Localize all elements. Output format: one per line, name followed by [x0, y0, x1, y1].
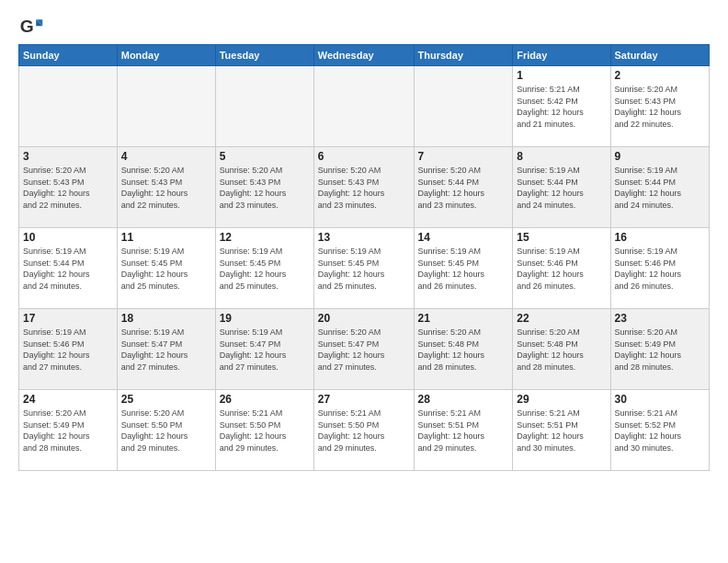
- day-info: Sunrise: 5:20 AM Sunset: 5:47 PM Dayligh…: [318, 327, 410, 373]
- day-number: 20: [318, 312, 410, 325]
- calendar-cell: [19, 66, 118, 147]
- day-info: Sunrise: 5:19 AM Sunset: 5:44 PM Dayligh…: [23, 246, 113, 292]
- calendar-week-row: 24Sunrise: 5:20 AM Sunset: 5:49 PM Dayli…: [19, 390, 710, 471]
- day-info: Sunrise: 5:19 AM Sunset: 5:47 PM Dayligh…: [220, 327, 310, 373]
- day-number: 14: [418, 231, 509, 244]
- weekday-header: Wednesday: [313, 45, 414, 66]
- day-number: 24: [23, 393, 113, 406]
- day-number: 5: [220, 150, 310, 163]
- day-number: 3: [23, 150, 113, 163]
- weekday-header: Monday: [117, 45, 215, 66]
- header: G: [18, 15, 710, 40]
- calendar-cell: 27Sunrise: 5:21 AM Sunset: 5:50 PM Dayli…: [313, 390, 414, 471]
- weekday-header: Tuesday: [215, 45, 313, 66]
- calendar-cell: [117, 66, 215, 147]
- day-info: Sunrise: 5:20 AM Sunset: 5:43 PM Dayligh…: [23, 165, 113, 211]
- calendar-cell: 15Sunrise: 5:19 AM Sunset: 5:46 PM Dayli…: [513, 228, 610, 309]
- calendar-cell: [414, 66, 513, 147]
- day-info: Sunrise: 5:20 AM Sunset: 5:48 PM Dayligh…: [517, 327, 606, 373]
- day-info: Sunrise: 5:19 AM Sunset: 5:45 PM Dayligh…: [121, 246, 211, 292]
- calendar-week-row: 3Sunrise: 5:20 AM Sunset: 5:43 PM Daylig…: [19, 147, 710, 228]
- calendar-week-row: 1Sunrise: 5:21 AM Sunset: 5:42 PM Daylig…: [19, 66, 710, 147]
- day-info: Sunrise: 5:21 AM Sunset: 5:51 PM Dayligh…: [418, 408, 509, 454]
- calendar-cell: 13Sunrise: 5:19 AM Sunset: 5:45 PM Dayli…: [313, 228, 414, 309]
- calendar-cell: 2Sunrise: 5:20 AM Sunset: 5:43 PM Daylig…: [610, 66, 709, 147]
- calendar-cell: 25Sunrise: 5:20 AM Sunset: 5:50 PM Dayli…: [117, 390, 215, 471]
- day-number: 30: [615, 393, 705, 406]
- day-info: Sunrise: 5:20 AM Sunset: 5:50 PM Dayligh…: [121, 408, 211, 454]
- day-info: Sunrise: 5:19 AM Sunset: 5:46 PM Dayligh…: [23, 327, 113, 373]
- day-number: 27: [318, 393, 410, 406]
- calendar-cell: 1Sunrise: 5:21 AM Sunset: 5:42 PM Daylig…: [513, 66, 610, 147]
- day-info: Sunrise: 5:21 AM Sunset: 5:42 PM Dayligh…: [517, 84, 606, 130]
- calendar-cell: 10Sunrise: 5:19 AM Sunset: 5:44 PM Dayli…: [19, 228, 118, 309]
- day-info: Sunrise: 5:19 AM Sunset: 5:46 PM Dayligh…: [615, 246, 705, 292]
- day-number: 9: [615, 150, 705, 163]
- calendar-cell: 21Sunrise: 5:20 AM Sunset: 5:48 PM Dayli…: [414, 309, 513, 390]
- day-number: 4: [121, 150, 211, 163]
- calendar-week-row: 10Sunrise: 5:19 AM Sunset: 5:44 PM Dayli…: [19, 228, 710, 309]
- day-info: Sunrise: 5:21 AM Sunset: 5:51 PM Dayligh…: [517, 408, 606, 454]
- day-info: Sunrise: 5:19 AM Sunset: 5:44 PM Dayligh…: [615, 165, 705, 211]
- day-number: 10: [23, 231, 113, 244]
- day-number: 22: [517, 312, 606, 325]
- calendar-cell: 11Sunrise: 5:19 AM Sunset: 5:45 PM Dayli…: [117, 228, 215, 309]
- day-number: 17: [23, 312, 113, 325]
- calendar-cell: 7Sunrise: 5:20 AM Sunset: 5:44 PM Daylig…: [414, 147, 513, 228]
- calendar-week-row: 17Sunrise: 5:19 AM Sunset: 5:46 PM Dayli…: [19, 309, 710, 390]
- logo-icon: G: [18, 15, 44, 40]
- calendar-cell: 6Sunrise: 5:20 AM Sunset: 5:43 PM Daylig…: [313, 147, 414, 228]
- day-number: 13: [318, 231, 410, 244]
- day-number: 25: [121, 393, 211, 406]
- day-info: Sunrise: 5:21 AM Sunset: 5:50 PM Dayligh…: [318, 408, 410, 454]
- day-number: 8: [517, 150, 606, 163]
- calendar-cell: 20Sunrise: 5:20 AM Sunset: 5:47 PM Dayli…: [313, 309, 414, 390]
- day-number: 2: [615, 69, 705, 82]
- day-number: 16: [615, 231, 705, 244]
- day-number: 6: [318, 150, 410, 163]
- day-info: Sunrise: 5:21 AM Sunset: 5:52 PM Dayligh…: [615, 408, 705, 454]
- day-info: Sunrise: 5:20 AM Sunset: 5:48 PM Dayligh…: [418, 327, 509, 373]
- logo: G: [18, 15, 48, 40]
- weekday-header: Thursday: [414, 45, 513, 66]
- day-info: Sunrise: 5:20 AM Sunset: 5:49 PM Dayligh…: [615, 327, 705, 373]
- day-number: 21: [418, 312, 509, 325]
- day-number: 28: [418, 393, 509, 406]
- day-number: 26: [220, 393, 310, 406]
- day-number: 12: [220, 231, 310, 244]
- calendar-cell: 23Sunrise: 5:20 AM Sunset: 5:49 PM Dayli…: [610, 309, 709, 390]
- day-info: Sunrise: 5:21 AM Sunset: 5:50 PM Dayligh…: [220, 408, 310, 454]
- day-info: Sunrise: 5:20 AM Sunset: 5:43 PM Dayligh…: [220, 165, 310, 211]
- day-number: 23: [615, 312, 705, 325]
- page: G SundayMondayTuesdayWednesdayThursdayFr…: [0, 0, 728, 480]
- day-info: Sunrise: 5:19 AM Sunset: 5:45 PM Dayligh…: [318, 246, 410, 292]
- calendar-cell: 19Sunrise: 5:19 AM Sunset: 5:47 PM Dayli…: [215, 309, 313, 390]
- calendar-cell: 8Sunrise: 5:19 AM Sunset: 5:44 PM Daylig…: [513, 147, 610, 228]
- day-info: Sunrise: 5:20 AM Sunset: 5:43 PM Dayligh…: [318, 165, 410, 211]
- svg-text:G: G: [20, 17, 34, 36]
- calendar-cell: 26Sunrise: 5:21 AM Sunset: 5:50 PM Dayli…: [215, 390, 313, 471]
- day-info: Sunrise: 5:20 AM Sunset: 5:43 PM Dayligh…: [615, 84, 705, 130]
- calendar-cell: 30Sunrise: 5:21 AM Sunset: 5:52 PM Dayli…: [610, 390, 709, 471]
- weekday-header: Sunday: [19, 45, 118, 66]
- weekday-header-row: SundayMondayTuesdayWednesdayThursdayFrid…: [19, 45, 710, 66]
- calendar-cell: 28Sunrise: 5:21 AM Sunset: 5:51 PM Dayli…: [414, 390, 513, 471]
- calendar-cell: 4Sunrise: 5:20 AM Sunset: 5:43 PM Daylig…: [117, 147, 215, 228]
- day-info: Sunrise: 5:19 AM Sunset: 5:47 PM Dayligh…: [121, 327, 211, 373]
- calendar-cell: 14Sunrise: 5:19 AM Sunset: 5:45 PM Dayli…: [414, 228, 513, 309]
- calendar-cell: 24Sunrise: 5:20 AM Sunset: 5:49 PM Dayli…: [19, 390, 118, 471]
- calendar-cell: 18Sunrise: 5:19 AM Sunset: 5:47 PM Dayli…: [117, 309, 215, 390]
- day-info: Sunrise: 5:19 AM Sunset: 5:46 PM Dayligh…: [517, 246, 606, 292]
- day-number: 18: [121, 312, 211, 325]
- calendar-cell: 22Sunrise: 5:20 AM Sunset: 5:48 PM Dayli…: [513, 309, 610, 390]
- day-info: Sunrise: 5:19 AM Sunset: 5:44 PM Dayligh…: [517, 165, 606, 211]
- calendar-cell: [215, 66, 313, 147]
- day-info: Sunrise: 5:20 AM Sunset: 5:49 PM Dayligh…: [23, 408, 113, 454]
- calendar-cell: 9Sunrise: 5:19 AM Sunset: 5:44 PM Daylig…: [610, 147, 709, 228]
- calendar-cell: 3Sunrise: 5:20 AM Sunset: 5:43 PM Daylig…: [19, 147, 118, 228]
- calendar-cell: 29Sunrise: 5:21 AM Sunset: 5:51 PM Dayli…: [513, 390, 610, 471]
- calendar: SundayMondayTuesdayWednesdayThursdayFrid…: [18, 44, 710, 471]
- day-info: Sunrise: 5:20 AM Sunset: 5:43 PM Dayligh…: [121, 165, 211, 211]
- calendar-cell: 17Sunrise: 5:19 AM Sunset: 5:46 PM Dayli…: [19, 309, 118, 390]
- day-number: 1: [517, 69, 606, 82]
